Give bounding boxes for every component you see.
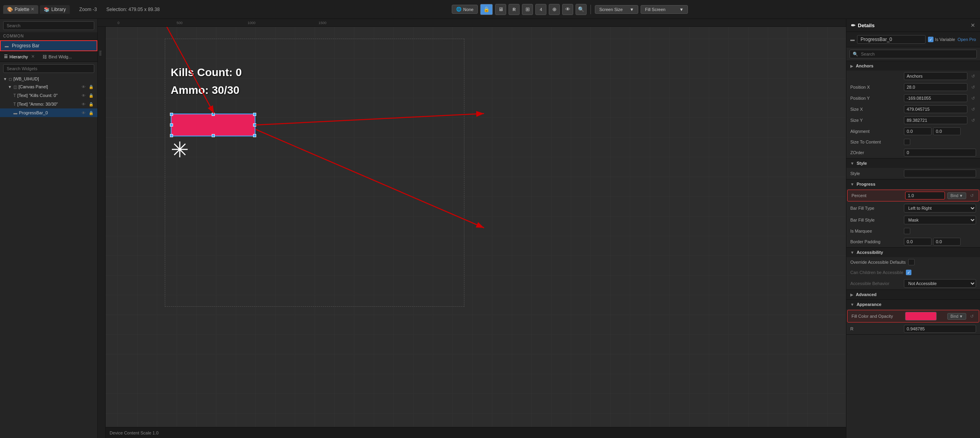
handle-tl[interactable] bbox=[170, 113, 173, 116]
palette-search-input[interactable] bbox=[3, 21, 94, 30]
size-x-input[interactable] bbox=[904, 105, 967, 113]
hierarchy-text-ammo[interactable]: T [Text] "Ammo: 30/30" 👁 🔒 bbox=[0, 100, 97, 108]
anchors-header[interactable]: ▶ Anchors bbox=[846, 61, 980, 71]
canvas-area[interactable]: 0 500 1000 1500 500 Kills Count: 0 Ammo:… bbox=[98, 19, 846, 438]
advanced-header[interactable]: ▶ Advanced bbox=[846, 290, 980, 299]
shield-button[interactable]: 🔒 bbox=[480, 4, 493, 15]
bar-fill-style-select[interactable]: Mask bbox=[904, 216, 976, 224]
override-accessible-checkbox[interactable] bbox=[908, 259, 915, 265]
r-value-input[interactable] bbox=[904, 325, 976, 333]
is-variable-check[interactable] bbox=[928, 37, 933, 42]
app-root: 🎨 Palette ✕ 📚 Library Zoom -3 Selection:… bbox=[0, 0, 980, 438]
details-search-input[interactable] bbox=[850, 50, 977, 58]
style-input[interactable] bbox=[904, 170, 976, 177]
size-to-content-checkbox[interactable] bbox=[904, 139, 910, 145]
alignment-input2[interactable] bbox=[933, 127, 961, 135]
separator1 bbox=[591, 5, 591, 14]
palette-tab[interactable]: 🎨 Palette ✕ bbox=[3, 5, 38, 14]
bar-fill-type-row: Bar Fill Type Left to Right bbox=[846, 202, 980, 214]
style-header[interactable]: ▼ Style bbox=[846, 158, 980, 168]
hierarchy-root[interactable]: ▼ ◻ [WB_UIHUD] bbox=[0, 75, 97, 82]
accessible-behavior-select[interactable]: Not Accessible bbox=[904, 279, 976, 288]
alignment-label: Alignment bbox=[850, 129, 902, 134]
fill-color-swatch[interactable] bbox=[905, 312, 937, 321]
palette-item-progress-bar[interactable]: ▬ Progress Bar bbox=[0, 40, 97, 51]
fill-screen-dropdown[interactable]: Fill Screen ▼ bbox=[641, 5, 688, 14]
screen-size-dropdown[interactable]: Screen Size ▼ bbox=[595, 5, 638, 14]
visibility-icon4[interactable]: 👁 bbox=[80, 110, 87, 116]
fill-color-bind-button[interactable]: Bind ▼ bbox=[947, 313, 966, 320]
position-y-input[interactable] bbox=[904, 94, 967, 102]
accessibility-title: Accessibility bbox=[857, 250, 883, 255]
size-y-input[interactable] bbox=[904, 116, 967, 124]
size-x-row: Size X ↺ bbox=[846, 104, 980, 115]
lock-icon2[interactable]: 🔒 bbox=[88, 92, 94, 99]
lock-icon3[interactable]: 🔒 bbox=[88, 101, 94, 107]
border-padding-input1[interactable] bbox=[904, 238, 932, 246]
bar-fill-type-select[interactable]: Left to Right bbox=[904, 204, 976, 212]
hierarchy-progress-bar[interactable]: ▬ ProgressBar_0 👁 🔒 bbox=[0, 108, 97, 117]
bar-fill-style-label: Bar Fill Style bbox=[850, 218, 902, 222]
screen-button[interactable]: 🖥 bbox=[495, 4, 506, 15]
hierarchy-canvas-panel[interactable]: ▼ ◫ [Canvas Panel] 👁 🔒 bbox=[0, 82, 97, 91]
lock-icon4[interactable]: 🔒 bbox=[88, 110, 94, 116]
appearance-header[interactable]: ▼ Appearance bbox=[846, 300, 980, 309]
anchors-input[interactable] bbox=[904, 72, 967, 80]
visibility-icon[interactable]: 👁 bbox=[80, 84, 87, 90]
hierarchy-close-icon[interactable]: ✕ bbox=[31, 54, 35, 59]
accessibility-header[interactable]: ▼ Accessibility bbox=[846, 248, 980, 257]
hierarchy-text-kills[interactable]: T [Text] "Kills Count: 0" 👁 🔒 bbox=[0, 91, 97, 100]
visibility-icon3[interactable]: 👁 bbox=[80, 101, 87, 107]
hierarchy-tabs: ☰ Hierarchy ✕ ⛓ Bind Widg... bbox=[0, 52, 97, 62]
size-x-reset-icon[interactable]: ↺ bbox=[970, 107, 976, 112]
percent-reset-icon[interactable]: ↺ bbox=[969, 193, 975, 198]
handle-bl[interactable] bbox=[170, 134, 173, 137]
lock-icon[interactable]: 🔒 bbox=[88, 84, 94, 90]
num-button[interactable]: 4 bbox=[535, 4, 546, 15]
alignment-input1[interactable] bbox=[904, 127, 932, 135]
handle-br[interactable] bbox=[253, 134, 256, 137]
cursor-button[interactable]: ⊕ bbox=[549, 4, 560, 15]
open-proto-button[interactable]: Open Pro bbox=[958, 37, 976, 42]
none-button[interactable]: 🌐 None bbox=[452, 5, 478, 14]
position-x-reset-icon[interactable]: ↺ bbox=[970, 85, 976, 90]
widget-name-input[interactable] bbox=[857, 35, 926, 44]
is-marquee-checkbox[interactable] bbox=[904, 228, 910, 234]
search-widgets-input[interactable] bbox=[3, 64, 94, 73]
is-variable-checkbox[interactable]: Is Variable bbox=[928, 37, 955, 42]
handle-l[interactable] bbox=[170, 123, 173, 127]
library-tab[interactable]: 📚 Library bbox=[40, 5, 70, 14]
fill-color-reset-icon[interactable]: ↺ bbox=[969, 314, 975, 319]
percent-bind-button[interactable]: Bind ▼ bbox=[947, 192, 966, 199]
details-title: ✏ Details bbox=[851, 22, 875, 28]
zoom-button[interactable]: 🔍 bbox=[576, 4, 587, 15]
zorder-input[interactable] bbox=[904, 149, 976, 157]
can-children-checkbox[interactable] bbox=[906, 270, 911, 275]
r-button[interactable]: R bbox=[509, 4, 520, 15]
search-row: 🔍 bbox=[846, 47, 980, 61]
handle-tr[interactable] bbox=[253, 113, 256, 116]
size-y-reset-icon[interactable]: ↺ bbox=[970, 118, 976, 123]
position-x-value bbox=[904, 83, 967, 91]
hierarchy-tab[interactable]: ☰ Hierarchy ✕ bbox=[0, 52, 39, 62]
border-padding-row: Border Padding bbox=[846, 236, 980, 247]
palette-close-icon[interactable]: ✕ bbox=[31, 7, 34, 12]
list-icon: ☰ bbox=[4, 54, 8, 59]
anchors-reset-icon[interactable]: ↺ bbox=[970, 74, 976, 79]
details-close-icon[interactable]: ✕ bbox=[971, 22, 975, 28]
bind-widg-tab[interactable]: ⛓ Bind Widg... bbox=[39, 52, 76, 62]
grid-button[interactable]: ⊞ bbox=[522, 4, 533, 15]
handle-b[interactable] bbox=[212, 134, 215, 137]
position-y-reset-icon[interactable]: ↺ bbox=[970, 96, 976, 101]
canvas-panel-icon: ◫ bbox=[13, 85, 17, 89]
visibility-icon2[interactable]: 👁 bbox=[80, 92, 87, 99]
position-x-input[interactable] bbox=[904, 83, 967, 91]
border-padding-input2[interactable] bbox=[933, 238, 961, 246]
eye-button[interactable]: 👁 bbox=[562, 4, 573, 15]
snowflake-icon: ✳ bbox=[171, 137, 189, 162]
handle-t[interactable] bbox=[212, 113, 215, 116]
percent-input[interactable] bbox=[905, 192, 945, 199]
handle-r[interactable] bbox=[253, 123, 256, 127]
progress-header[interactable]: ▼ Progress bbox=[846, 179, 980, 189]
progress-bar-widget[interactable] bbox=[171, 114, 255, 136]
